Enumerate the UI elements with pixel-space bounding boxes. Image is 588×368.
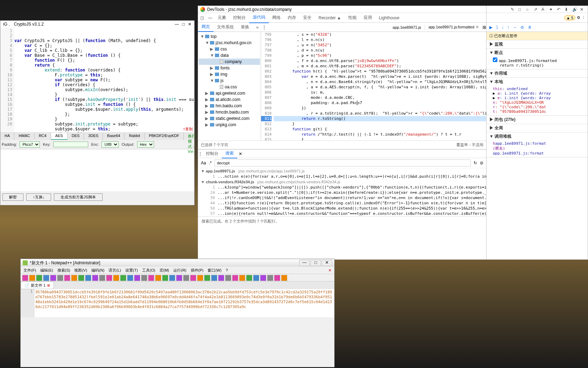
scope-variable[interactable]: n: "lXgLoJQ3MAUdzLX+OR (493, 100, 585, 105)
menu-item[interactable]: 运行(R) (172, 267, 188, 274)
toolbar-button-20[interactable] (162, 275, 168, 281)
folder-node[interactable]: ▶api.geetest.com (199, 90, 260, 96)
close-icon[interactable]: ✕ (476, 25, 479, 29)
toolbar-button-14[interactable] (120, 275, 126, 281)
folder-node[interactable]: ▼data (199, 52, 260, 59)
maximize-button[interactable]: □ (310, 260, 321, 266)
undo-icon[interactable]: ↶ (557, 7, 562, 12)
warning-badge[interactable]: ▲ 5 (564, 15, 575, 20)
scope-variable[interactable]: this: undefined (493, 87, 585, 91)
folder-node[interactable]: ▶static.geetest.com (199, 115, 260, 122)
search-input[interactable] (215, 159, 471, 166)
folder-node[interactable]: ▶css (199, 46, 260, 52)
folder-node[interactable]: ▼jzsc.mohurd.gov.cn (199, 40, 260, 46)
search-result-line[interactable]: 44...t){0}function r(e){return Object.pr… (198, 200, 486, 206)
debug-control-1[interactable]: ⤵ (496, 25, 498, 30)
code-content[interactable]: var CryptoJS = CryptoJS || (function (Ma… (14, 28, 194, 132)
algo-tab-ha[interactable]: HA (0, 133, 14, 140)
toolbar-button-5[interactable] (57, 275, 63, 281)
toolbar-button-21[interactable] (169, 275, 175, 281)
devtools-tab[interactable]: 网络 (269, 13, 284, 23)
scope-variable[interactable]: app.1ee89971.js:format (493, 151, 585, 156)
copy-button[interactable]: ↑复制 (183, 127, 193, 132)
close-icon[interactable]: ✕ (580, 7, 585, 12)
scope-variable[interactable]: ▶ a: i.init {words: Array (493, 91, 585, 96)
toolbar-button-35[interactable] (267, 275, 273, 281)
folder-node[interactable]: ▼js (199, 77, 260, 84)
scope-variable[interactable]: app.1ee89971.js:formatted (493, 57, 585, 63)
subtab-page[interactable]: 网页 (198, 22, 214, 32)
menu-item[interactable]: 视图(V) (73, 267, 89, 274)
gen-script-button[interactable]: 生成当前方案JS脚本 (54, 193, 103, 201)
toolbar-button-31[interactable] (239, 275, 245, 281)
enc-select[interactable]: Utf8 (102, 141, 119, 148)
scope-section-header[interactable]: ▼ 断点 (486, 49, 588, 57)
drawer-menu-icon[interactable]: ⋮ (198, 151, 202, 156)
toolbar-button-28[interactable] (218, 275, 224, 281)
debug-control-2[interactable]: ↓ (502, 25, 504, 30)
scope-section-header[interactable]: ▼ 本地 (486, 78, 588, 86)
algo-tab-aes[interactable]: AES (51, 133, 68, 140)
swap-button[interactable]: ↑互换↓ (26, 193, 51, 201)
devtools-tab[interactable]: 应用 (360, 13, 376, 23)
menu-item[interactable]: 设置(T) (124, 267, 139, 274)
toolbar-button-13[interactable] (113, 275, 119, 281)
menu-item[interactable]: 工具(O) (141, 267, 157, 274)
toolbar-button-16[interactable] (134, 275, 140, 281)
algo-tab-des[interactable]: DES (68, 133, 84, 140)
scope-variable[interactable]: ▶ e: i.init {words: Array (493, 96, 585, 100)
text-icon[interactable]: A (541, 7, 546, 12)
folder-node[interactable]: ▶hm.baidu.com (199, 103, 260, 109)
debug-control-4[interactable]: → (513, 25, 517, 30)
tab-close-icon[interactable]: ⊗ (47, 283, 50, 288)
clear-icon[interactable]: ⊘ (480, 161, 483, 165)
circle-icon[interactable]: ○ (526, 7, 531, 12)
toolbar-button-12[interactable] (106, 275, 112, 281)
search-result-line[interactable]: 39...if(!r.canUseDOM||t&&!("addEventList… (198, 195, 486, 200)
toolbar-button-7[interactable] (71, 275, 77, 281)
toolbar-button-27[interactable] (211, 275, 217, 281)
key-input[interactable] (53, 142, 88, 147)
toolbar-button-4[interactable] (50, 275, 56, 281)
toolbar-button-26[interactable] (204, 275, 210, 281)
maximize-button[interactable]: □ (182, 22, 184, 27)
devtools-tab[interactable]: 控制台 (230, 13, 249, 23)
more-icon[interactable]: ⋮ (582, 15, 586, 20)
file-tree[interactable]: ▼top▼jzsc.mohurd.gov.cn▶css▼datacompany▶… (198, 32, 261, 141)
inspect-icon[interactable]: ◳ (198, 15, 206, 20)
devtools-tab[interactable]: Lighthouse (376, 13, 403, 22)
devtools-tab[interactable]: 源代码 (249, 12, 269, 23)
file-node[interactable]: oa.css (199, 84, 260, 90)
scope-section-header[interactable]: ▶ 闭包 (27fe) (486, 116, 588, 124)
decrypt-button[interactable]: 解密 (2, 193, 23, 201)
scope-section-header[interactable]: ▶ 监视 (486, 40, 588, 48)
search-result-line[interactable]: 50...TRGladman=function(){var t=e.lib.Bl… (198, 206, 486, 211)
scope-section-header[interactable]: ▶ 全局 (486, 124, 588, 132)
settings-icon[interactable]: ⚙ (577, 15, 580, 20)
scope-variable[interactable]: t: "95780ba0943730051dc (493, 109, 585, 114)
toolbar-button-25[interactable] (197, 275, 203, 281)
expand-icon[interactable]: ⊞ (483, 25, 486, 30)
notepad-titlebar[interactable]: *新文件 1 - Notepad++ [Administrator] — □ ✕ (21, 259, 334, 267)
algo-tab-hmac[interactable]: HMAC (14, 133, 34, 140)
toolbar-button-34[interactable] (260, 275, 266, 281)
close-all-button[interactable]: ✕ (327, 267, 333, 273)
devtools-titlebar[interactable]: DevTools - jzsc.mohurd.gov.cn/data/compa… (198, 6, 486, 13)
close-button[interactable]: ✕ (322, 260, 332, 266)
menu-item[interactable]: 编辑(E) (39, 267, 55, 274)
toolbar-button-6[interactable] (64, 275, 70, 281)
devtools-tab[interactable]: Recorder ▲ (315, 13, 345, 22)
notepad-tab[interactable]: 📄 新文件 1 ⊗ (21, 281, 54, 289)
toolbar-button-8[interactable] (78, 275, 84, 281)
file-node[interactable]: company (199, 59, 260, 65)
scope-variable[interactable]: happ.1ee89971.js:format (493, 141, 585, 146)
folder-node[interactable]: ▶unpkg.com (199, 122, 260, 128)
close-button[interactable]: ✕ (188, 22, 191, 27)
folder-node[interactable]: ▶hmcdn.baidu.com (199, 109, 260, 115)
toolbar-button-1[interactable] (29, 275, 35, 281)
menu-item[interactable]: 宏(M) (158, 267, 171, 274)
folder-node[interactable]: ▶img (199, 71, 260, 77)
search-result-file[interactable]: ▼ chunk-vendors.ff342e34.js jzsc.mohurd.… (198, 179, 486, 185)
subtab-overrides[interactable]: 替换 (237, 23, 253, 32)
toolbar-button-9[interactable] (85, 275, 91, 281)
